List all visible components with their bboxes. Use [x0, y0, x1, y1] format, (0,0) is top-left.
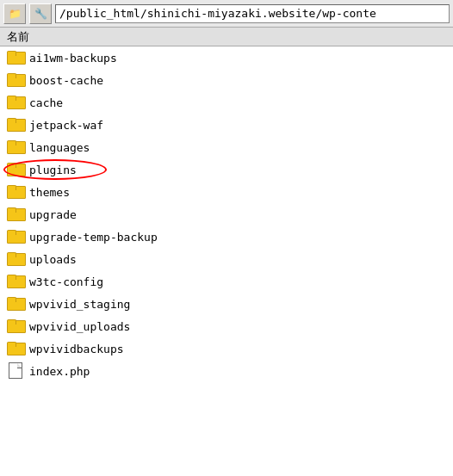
list-item[interactable]: upgrade: [0, 203, 453, 226]
column-header: 名前: [0, 28, 453, 46]
folder-icon: [7, 118, 24, 132]
file-name: w3tc-config: [29, 275, 103, 288]
file-name: jetpack-waf: [29, 119, 103, 132]
list-item[interactable]: index.php: [0, 360, 453, 382]
file-name: wpvividbackups: [29, 343, 124, 355]
file-name: index.php: [29, 365, 90, 378]
folder-up-icon: 📁: [9, 8, 22, 20]
file-name: wpvivid_staging: [29, 298, 130, 311]
folder-icon: [7, 252, 24, 266]
back-button[interactable]: 📁: [3, 3, 26, 24]
folder-icon: [7, 73, 24, 87]
list-item[interactable]: wpvividbackups: [0, 337, 453, 360]
list-item[interactable]: wpvivid_uploads: [0, 315, 453, 337]
folder-icon: [7, 342, 24, 355]
file-name: upgrade-temp-backup: [29, 231, 158, 244]
file-name: uploads: [29, 253, 77, 266]
file-name: languages: [29, 141, 90, 154]
list-item[interactable]: ai1wm-backups: [0, 46, 453, 69]
file-name: boost-cache: [29, 74, 103, 87]
list-item[interactable]: themes: [0, 181, 453, 203]
list-item[interactable]: w3tc-config: [0, 270, 453, 293]
file-name: wpvivid_uploads: [29, 320, 130, 333]
name-column-label: 名前: [7, 29, 29, 45]
folder-icon: [7, 51, 24, 65]
folder-icon: [7, 230, 24, 244]
list-item[interactable]: languages: [0, 136, 453, 158]
folder-icon: [7, 275, 24, 288]
folder-icon: [7, 207, 24, 221]
file-name: cache: [29, 96, 63, 109]
folder-icon: [7, 96, 24, 109]
refresh-icon: 🔧: [34, 8, 47, 20]
list-item[interactable]: boost-cache: [0, 69, 453, 91]
refresh-button[interactable]: 🔧: [29, 3, 52, 24]
file-list-container: 名前 ai1wm-backupsboost-cachecachejetpack-…: [0, 28, 453, 476]
folder-icon: [7, 140, 24, 154]
file-name: themes: [29, 186, 70, 199]
list-item[interactable]: plugins: [0, 158, 453, 181]
folder-icon: [7, 185, 24, 199]
list-item[interactable]: jetpack-waf: [0, 114, 453, 136]
list-item[interactable]: cache: [0, 91, 453, 114]
list-item[interactable]: upgrade-temp-backup: [0, 226, 453, 248]
list-item[interactable]: wpvivid_staging: [0, 293, 453, 315]
file-icon: [7, 363, 24, 379]
folder-icon: [7, 163, 24, 176]
file-name: plugins: [29, 164, 77, 176]
list-item[interactable]: uploads: [0, 248, 453, 270]
file-name: ai1wm-backups: [29, 52, 117, 65]
folder-icon: [7, 319, 24, 333]
folder-icon: [7, 297, 24, 311]
toolbar: 📁 🔧: [0, 0, 453, 28]
file-name: upgrade: [29, 208, 77, 221]
address-bar[interactable]: [55, 4, 450, 23]
